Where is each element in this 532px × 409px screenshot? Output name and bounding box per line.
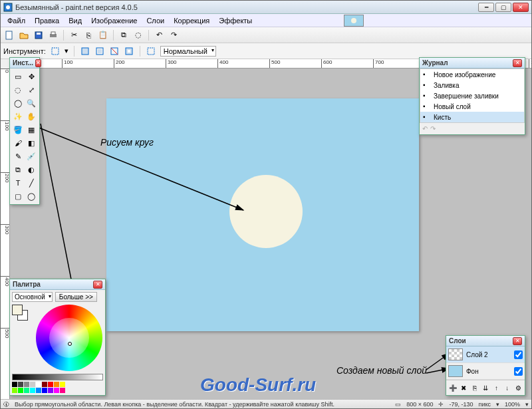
tool-brush[interactable]: 🖌 [12, 137, 24, 149]
opt-shape-icon[interactable] [146, 46, 156, 57]
status-zoom[interactable]: 100% [505, 401, 520, 408]
tool-zoom[interactable]: 🔍 [25, 97, 37, 109]
palette-panel-close[interactable]: ✕ [93, 281, 102, 289]
tool-gradient[interactable]: ▦ [25, 124, 37, 136]
tool-text[interactable]: T [12, 177, 24, 189]
layers-panel-title[interactable]: Слои ✕ [446, 336, 525, 346]
tool-rect-select[interactable]: ▭ [12, 70, 24, 82]
tool-move-sel[interactable]: ⤢ [25, 84, 37, 96]
palette-swatch[interactable] [48, 388, 53, 393]
layers-panel-close[interactable]: ✕ [513, 337, 522, 345]
tool-picker[interactable]: 💉 [25, 150, 37, 162]
palette-swatch[interactable] [60, 388, 65, 393]
history-undo-icon[interactable]: ↶ [422, 125, 428, 132]
history-item[interactable]: ▪Новое изображение [420, 69, 524, 80]
tools-panel-close[interactable]: ✕ [35, 59, 41, 67]
menu-file[interactable]: Файл [3, 15, 29, 26]
palette-swatch[interactable] [12, 382, 17, 387]
layer-dup-icon[interactable]: ⎘ [470, 382, 479, 393]
tool-pencil[interactable]: ✎ [12, 150, 24, 162]
palette-swatch[interactable] [18, 388, 23, 393]
opt-icon-1[interactable] [80, 46, 90, 57]
palette-swatch[interactable] [54, 388, 59, 393]
tools-panel[interactable]: Инст... ✕ ▭ ✥ ◌ ⤢ ◯ 🔍 ✨ ✋ 🪣 ▦ 🖌 ◧ ✎ 💉 ⧉ … [9, 57, 40, 205]
tool-lasso[interactable]: ◌ [12, 84, 24, 96]
deselect-icon[interactable]: ◌ [132, 29, 144, 41]
status-unit[interactable]: пикс [479, 401, 491, 408]
tool-move[interactable]: ✥ [25, 70, 37, 82]
tool-shape[interactable]: ◯ [25, 190, 37, 202]
cut-icon[interactable]: ✂ [68, 29, 80, 41]
tool-line[interactable]: ╱ [25, 177, 37, 189]
minimize-button[interactable]: ━ [478, 3, 494, 12]
layer-row[interactable]: Слой 2 [446, 346, 525, 363]
hardness-combo[interactable]: Нормальный [160, 46, 216, 57]
color-swatches[interactable] [12, 305, 32, 321]
palette-swatch[interactable] [30, 388, 35, 393]
palette-swatch[interactable] [36, 388, 41, 393]
history-redo-icon[interactable]: ↷ [430, 125, 436, 132]
palette-more-button[interactable]: Больше >> [55, 292, 97, 302]
close-button[interactable]: ✕ [513, 3, 529, 12]
tool-rect[interactable]: ▢ [12, 190, 24, 202]
opt-icon-2[interactable] [94, 46, 105, 57]
opt-icon-3[interactable] [109, 46, 120, 57]
palette-swatch[interactable] [24, 388, 29, 393]
tools-panel-title[interactable]: Инст... ✕ [10, 58, 39, 68]
layer-up-icon[interactable]: ↑ [492, 382, 501, 393]
history-panel-close[interactable]: ✕ [513, 59, 522, 67]
menu-layers[interactable]: Слои [142, 15, 168, 26]
color-wheel[interactable] [36, 305, 102, 371]
paste-icon[interactable]: 📋 [97, 29, 109, 41]
history-item[interactable]: ▪Заливка [420, 80, 524, 90]
title-bar[interactable]: Безымянный - paint.net версия 4.0.5 ━ ▢ … [1, 1, 531, 14]
layer-merge-icon[interactable]: ⇊ [481, 382, 489, 393]
tool-eraser[interactable]: ◧ [25, 137, 37, 149]
palette-mode-combo[interactable]: Основной [12, 292, 53, 302]
layer-props-icon[interactable]: ⚙ [514, 382, 523, 393]
menu-effects[interactable]: Эффекты [215, 15, 256, 26]
history-panel[interactable]: Журнал ✕ ▪Новое изображение▪Заливка▪Заве… [419, 57, 525, 135]
layer-visible-checkbox[interactable] [514, 367, 523, 376]
layer-down-icon[interactable]: ↓ [503, 382, 511, 393]
redo-icon[interactable]: ↷ [168, 29, 180, 41]
save-icon[interactable] [33, 29, 45, 41]
opt-icon-4[interactable] [124, 46, 134, 57]
menu-edit[interactable]: Правка [31, 15, 63, 26]
layer-visible-checkbox[interactable] [514, 350, 523, 359]
value-slider[interactable] [12, 374, 103, 380]
palette-swatch[interactable] [12, 388, 17, 393]
tool-wand[interactable]: ✨ [12, 110, 24, 122]
document-thumbnail[interactable] [344, 15, 364, 27]
palette-swatch[interactable] [60, 382, 65, 387]
layer-row[interactable]: Фон [446, 363, 525, 380]
layer-add-icon[interactable]: ➕ [448, 382, 457, 393]
palette-panel[interactable]: Палитра ✕ Основной Больше >> [9, 279, 106, 396]
history-panel-title[interactable]: Журнал ✕ [420, 58, 525, 68]
tool-ellipse-select[interactable]: ◯ [12, 97, 24, 109]
history-item[interactable]: ▪Кисть [420, 112, 524, 122]
palette-swatch[interactable] [42, 388, 47, 393]
menu-adjustments[interactable]: Коррекция [170, 15, 213, 26]
new-icon[interactable] [3, 29, 15, 41]
canvas[interactable] [106, 98, 419, 331]
primary-color-swatch[interactable] [12, 305, 23, 315]
tool-bucket[interactable]: 🪣 [12, 124, 24, 136]
menu-view[interactable]: Вид [65, 15, 86, 26]
palette-swatch[interactable] [54, 382, 59, 387]
layer-delete-icon[interactable]: ✖ [459, 382, 467, 393]
maximize-button[interactable]: ▢ [495, 3, 511, 12]
copy-icon[interactable]: ⎘ [82, 29, 94, 41]
tool-pan[interactable]: ✋ [25, 110, 37, 122]
palette-swatch[interactable] [24, 382, 29, 387]
palette-swatch[interactable] [36, 382, 41, 387]
palette-swatch[interactable] [18, 382, 23, 387]
history-item[interactable]: ▪Новый слой [420, 101, 524, 112]
palette-swatch[interactable] [42, 382, 47, 387]
menu-image[interactable]: Изображение [87, 15, 141, 26]
tool-clone[interactable]: ⧉ [12, 164, 24, 176]
palette-swatch[interactable] [30, 382, 35, 387]
tool-recolor[interactable]: ◐ [25, 164, 37, 176]
print-icon[interactable] [47, 29, 59, 41]
rect-select-icon[interactable] [50, 46, 61, 57]
